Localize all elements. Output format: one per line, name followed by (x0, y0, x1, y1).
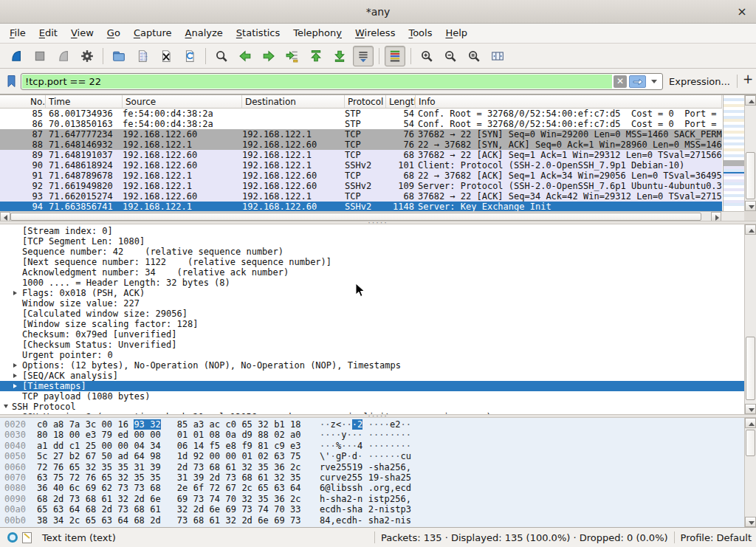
column-header-no[interactable]: No. (0, 95, 46, 108)
hex-vscrollbar[interactable] (744, 418, 756, 527)
packet-row-87[interactable]: 8771.647777234192.168.122.60192.168.122.… (0, 129, 722, 140)
find-packet-button[interactable] (211, 46, 232, 66)
menu-file[interactable]: File (3, 24, 32, 43)
detail-row[interactable]: [Window size scaling factor: 128] (0, 319, 744, 329)
detail-row[interactable]: [Timestamps] (0, 381, 744, 391)
detail-row[interactable]: [Checksum Status: Unverified] (0, 340, 744, 350)
zoom-100-button[interactable] (464, 46, 484, 66)
column-header-time[interactable]: Time (46, 95, 123, 108)
start-capture-button[interactable] (6, 46, 27, 66)
details-vscroll-thumb[interactable] (746, 337, 755, 400)
hex-scroll-up-icon[interactable] (745, 418, 756, 428)
hex-row-0040[interactable]: 0040a1ddc125000004340614f5e8f981c9e3···%… (0, 441, 744, 451)
packet-row-89[interactable]: 8971.648191037192.168.122.60192.168.122.… (0, 150, 722, 160)
detail-row[interactable]: [Calculated window size: 29056] (0, 309, 744, 319)
column-header-protocol[interactable]: Protocol (345, 95, 386, 108)
details-scroll-up-icon[interactable] (745, 224, 756, 235)
menu-statistics[interactable]: Statistics (230, 24, 286, 43)
hex-row-00b0[interactable]: 00b038342c656364682d736861322d6e697384,e… (0, 515, 744, 526)
hex-row-00a0[interactable]: 00a0656364682d736861322d6e6973747033ecdh… (0, 504, 744, 515)
detail-row[interactable]: Acknowledgment number: 34 (relative ack … (0, 267, 744, 278)
intelligent-scrollbar-minimap[interactable] (723, 95, 744, 211)
column-header-destination[interactable]: Destination (242, 95, 345, 108)
go-last-button[interactable] (329, 46, 350, 66)
stop-capture-button[interactable] (30, 46, 50, 66)
detail-row[interactable]: Window size value: 227 (0, 298, 744, 309)
scroll-up-icon[interactable] (745, 95, 756, 106)
detail-row[interactable]: [Next sequence number: 1122 (relative se… (0, 257, 744, 267)
detail-row[interactable]: [SEQ/ACK analysis] (0, 371, 744, 381)
add-filter-button[interactable]: + (741, 72, 755, 89)
close-file-button[interactable] (156, 46, 176, 66)
column-header-info[interactable]: Info (416, 95, 722, 108)
packet-row-85[interactable]: 8568.001734936fe:54:00:d4:38:2aSTP54Conf… (0, 109, 722, 119)
packet-list-hscroll-thumb[interactable] (10, 213, 701, 221)
menu-analyze[interactable]: Analyze (179, 24, 230, 43)
packet-row-92[interactable]: 9271.661949820192.168.122.1192.168.122.6… (0, 181, 722, 191)
detail-row[interactable]: [Stream index: 0] (0, 226, 744, 236)
hex-row-0050[interactable]: 00505c27b26750ad64981d92000001026375\'·g… (0, 451, 744, 461)
filter-clear-icon[interactable]: ✕ (614, 75, 627, 88)
resize-columns-button[interactable] (487, 46, 508, 66)
packet-list-vscrollbar[interactable] (744, 95, 756, 211)
hex-row-0030[interactable]: 0030801800e379ed00000101080ad98802a0····… (0, 430, 744, 440)
detail-row[interactable]: SSH Protocol (0, 402, 744, 412)
colorize-button[interactable] (385, 46, 405, 66)
packet-row-90[interactable]: 9071.648618924192.168.122.60192.168.122.… (0, 160, 722, 171)
packet-list-header[interactable]: No.TimeSourceDestinationProtocolLengthIn… (0, 95, 722, 109)
go-forward-button[interactable] (258, 46, 279, 66)
collapsed-arrow-icon[interactable] (13, 363, 17, 368)
title-bar[interactable]: *any × (0, 0, 756, 24)
hex-row-0020[interactable]: 0020c0a87a3c0016933285a3acc06532b118··z<… (0, 419, 744, 430)
hex-row-0090[interactable]: 0090682d736861322d6e697374703235362ch-sh… (0, 494, 744, 504)
filter-apply-icon[interactable] (629, 75, 646, 88)
menu-go[interactable]: Go (100, 24, 127, 43)
close-icon[interactable]: × (735, 5, 749, 18)
packet-row-91[interactable]: 9171.648789678192.168.122.1192.168.122.6… (0, 171, 722, 181)
expanded-arrow-icon[interactable] (4, 405, 8, 408)
detail-row[interactable]: [TCP Segment Len: 1080] (0, 236, 744, 247)
details-vscrollbar[interactable] (744, 224, 756, 414)
packet-row-88[interactable]: 8871.648146932192.168.122.1192.168.122.6… (0, 140, 722, 150)
filter-history-dropdown-icon[interactable] (651, 80, 657, 83)
menu-help[interactable]: Help (439, 24, 474, 43)
menu-view[interactable]: View (64, 24, 100, 43)
hex-row-0070[interactable]: 0070637572766532353531392d7368613235curv… (0, 472, 744, 483)
auto-scroll-button[interactable] (353, 46, 374, 66)
save-file-button[interactable]: 010101100112 (132, 46, 153, 66)
detail-row[interactable]: Flags: 0x018 (PSH, ACK) (0, 288, 744, 298)
go-to-packet-button[interactable] (282, 46, 303, 66)
detail-row[interactable]: Checksum: 0x79ed [unverified] (0, 329, 744, 340)
details-scroll-down-icon[interactable] (745, 404, 756, 414)
zoom-out-button[interactable] (440, 46, 461, 66)
expert-info-icon[interactable] (7, 532, 18, 543)
collapsed-arrow-icon[interactable] (13, 384, 17, 388)
collapsed-arrow-icon[interactable] (13, 374, 17, 378)
restart-capture-button[interactable] (53, 46, 74, 66)
display-filter-input[interactable] (22, 75, 612, 89)
hex-row-0080[interactable]: 008036406c69627373682e6f72672c6563646@li… (0, 483, 744, 493)
collapsed-arrow-icon[interactable] (13, 291, 17, 295)
reload-file-button[interactable] (179, 46, 200, 66)
detail-row[interactable]: Options: (12 bytes), No-Operation (NOP),… (0, 360, 744, 371)
hex-vscroll-thumb[interactable] (746, 430, 755, 456)
hex-scroll-down-icon[interactable] (745, 517, 756, 527)
column-header-source[interactable]: Source (123, 95, 242, 108)
go-first-button[interactable] (306, 46, 326, 66)
detail-row[interactable]: Sequence number: 42 (relative sequence n… (0, 247, 744, 257)
column-header-length[interactable]: Length (386, 95, 416, 108)
capture-comment-icon[interactable] (22, 532, 32, 543)
packet-row-93[interactable]: 9371.662015274192.168.122.60192.168.122.… (0, 191, 722, 202)
packet-list-vscroll-thumb[interactable] (746, 152, 755, 199)
menu-tools[interactable]: Tools (402, 24, 439, 43)
capture-options-button[interactable] (77, 46, 97, 66)
packet-row-94[interactable]: 9471.663856741192.168.122.1192.168.122.6… (0, 202, 722, 211)
menu-edit[interactable]: Edit (32, 24, 64, 43)
detail-row[interactable]: TCP payload (1080 bytes) (0, 391, 744, 402)
profile-selector[interactable]: Profile: Default (681, 532, 752, 543)
packet-row-86[interactable]: 8670.013850163fe:54:00:d4:38:2aSTP54Conf… (0, 119, 722, 129)
scroll-down-icon[interactable] (745, 201, 756, 211)
menu-wireless[interactable]: Wireless (348, 24, 402, 43)
menu-capture[interactable]: Capture (127, 24, 179, 43)
detail-row[interactable]: Urgent pointer: 0 (0, 350, 744, 360)
